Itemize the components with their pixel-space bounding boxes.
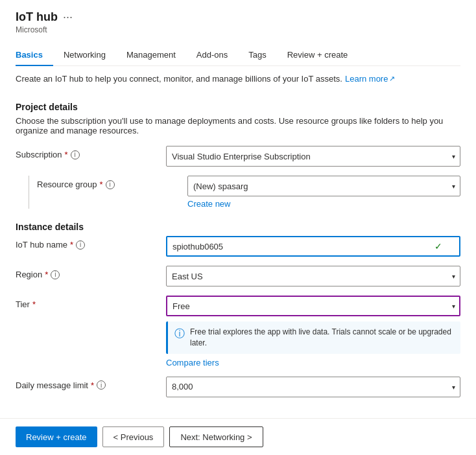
resource-group-select[interactable]: (New) spasarg [187, 176, 460, 196]
subscription-row: Subscription * i Visual Studio Enterpris… [16, 146, 460, 167]
resource-group-required: * [100, 180, 103, 189]
tier-info-icon: ⓘ [174, 327, 185, 341]
previous-button[interactable]: < Previous [102, 426, 165, 447]
instance-details-title: Instance details [16, 222, 460, 232]
tab-review-create[interactable]: Review + create [277, 45, 359, 66]
iot-hub-name-input[interactable] [166, 236, 460, 257]
daily-message-limit-select-wrapper: 8,000 ▾ [166, 377, 460, 397]
iot-hub-name-row: IoT hub name * i ✓ [16, 236, 460, 257]
iot-hub-name-info-icon[interactable]: i [76, 240, 85, 250]
subscription-control: Visual Studio Enterprise Subscription ▾ [166, 146, 460, 167]
region-select[interactable]: East US [166, 266, 460, 286]
region-select-wrapper: East US ▾ [166, 266, 460, 286]
subscription-label: Subscription * i [16, 146, 158, 159]
resource-group-select-wrapper: (New) spasarg ▾ [187, 176, 460, 196]
tier-info-text: Free trial explores the app with live da… [190, 327, 451, 347]
region-row: Region * i East US ▾ [16, 266, 460, 286]
instance-details-section: Instance details IoT hub name * i ✓ [16, 222, 460, 397]
tier-row: Tier * Free ▾ ⓘ Free trial explores the … [16, 296, 460, 368]
project-details-section: Project details Choose the subscription … [16, 102, 460, 209]
resource-group-label: Resource group * i [37, 176, 180, 189]
next-button[interactable]: Next: Networking > [169, 426, 263, 447]
iot-hub-name-control: ✓ [166, 236, 460, 257]
daily-message-limit-label: Daily message limit * i [16, 377, 158, 390]
external-link-icon: ↗ [389, 75, 395, 83]
resource-group-info-icon[interactable]: i [106, 180, 115, 189]
tab-addons[interactable]: Add-ons [186, 45, 238, 66]
iot-hub-name-label: IoT hub name * i [16, 236, 158, 250]
subscription-info-icon[interactable]: i [71, 150, 80, 159]
tier-label: Tier * [16, 296, 158, 309]
footer: Review + create < Previous Next: Network… [0, 418, 476, 455]
subscription-select[interactable]: Visual Studio Enterprise Subscription [166, 146, 460, 167]
daily-message-limit-info-icon[interactable]: i [97, 380, 106, 390]
ellipsis-menu[interactable]: ··· [63, 10, 73, 24]
region-info-icon[interactable]: i [51, 270, 60, 279]
tier-info-box: ⓘ Free trial explores the app with live … [166, 321, 460, 354]
tier-required: * [32, 299, 36, 309]
compare-tiers-link[interactable]: Compare tiers [166, 358, 460, 368]
tab-basics[interactable]: Basics [16, 45, 53, 66]
subscription-select-wrapper: Visual Studio Enterprise Subscription ▾ [166, 146, 460, 167]
tab-management[interactable]: Management [116, 45, 186, 66]
learn-more-link[interactable]: Learn more ↗ [345, 74, 395, 84]
project-details-desc: Choose the subscription you'll use to ma… [16, 116, 460, 135]
region-control: East US ▾ [166, 266, 460, 286]
region-required: * [45, 270, 48, 279]
tier-select-wrapper: Free ▾ [166, 296, 460, 316]
iot-hub-name-required: * [70, 240, 73, 250]
tab-tags[interactable]: Tags [238, 45, 276, 66]
tab-networking[interactable]: Networking [53, 45, 116, 66]
tier-select[interactable]: Free [166, 296, 460, 316]
daily-message-limit-select[interactable]: 8,000 [166, 377, 460, 397]
tabs-nav: Basics Networking Management Add-ons Tag… [16, 45, 460, 66]
resource-group-row: Resource group * i (New) spasarg ▾ Creat… [29, 176, 460, 209]
daily-message-limit-required: * [91, 380, 94, 390]
app-subtitle: Microsoft [16, 25, 460, 34]
project-details-title: Project details [16, 102, 460, 112]
region-label: Region * i [16, 266, 158, 279]
daily-message-limit-control: 8,000 ▾ [166, 377, 460, 397]
description-text: Create an IoT hub to help you connect, m… [16, 74, 342, 84]
subscription-required: * [65, 150, 68, 159]
create-new-link[interactable]: Create new [187, 199, 460, 209]
page-title: IoT hub [16, 10, 58, 24]
iot-hub-name-input-wrapper: ✓ [166, 236, 460, 257]
resource-group-control: (New) spasarg ▾ Create new [187, 176, 460, 209]
daily-message-limit-row: Daily message limit * i 8,000 ▾ [16, 377, 460, 397]
tier-control: Free ▾ ⓘ Free trial explores the app wit… [166, 296, 460, 368]
review-create-button[interactable]: Review + create [16, 426, 97, 447]
description-bar: Create an IoT hub to help you connect, m… [0, 66, 476, 91]
